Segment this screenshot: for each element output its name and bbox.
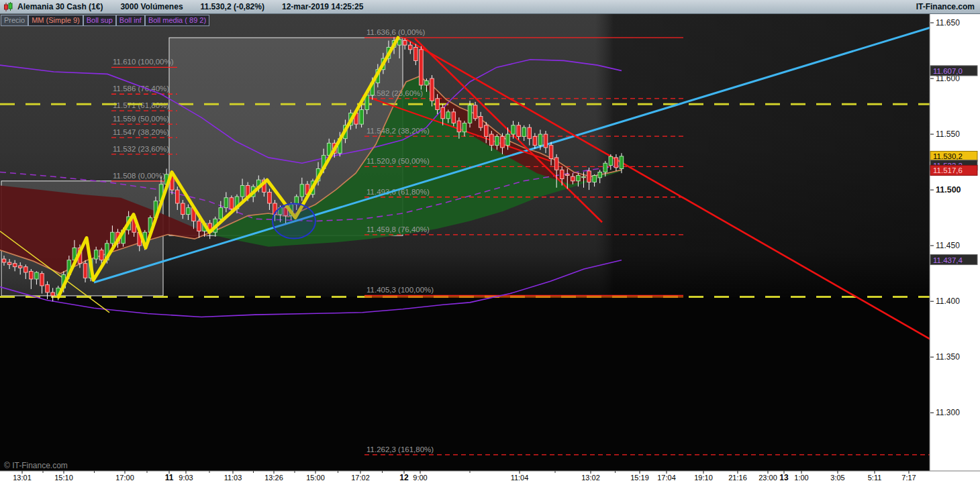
candle-down [457, 121, 461, 132]
ellipse-annotation[interactable] [273, 204, 315, 239]
candle-up [598, 172, 602, 178]
time-axis-label: 7:17 [901, 474, 916, 482]
time-axis-label: 1:00 [794, 474, 808, 482]
time-axis-label: 13:01 [13, 474, 32, 482]
candle-up [462, 123, 467, 131]
candle-down [51, 292, 55, 296]
candle-down [501, 136, 505, 148]
candle-up [94, 250, 98, 259]
candle-up [240, 185, 244, 197]
candle-down [13, 264, 17, 267]
price-axis-label: 11.500 [936, 185, 961, 195]
chart-window: Alemania 30 Cash (1€) 3000 Volúmenes 11.… [0, 0, 980, 483]
candle-down [473, 105, 477, 119]
candle-up [593, 176, 597, 182]
legend-chip-boll-sup[interactable]: Boll sup [83, 15, 116, 26]
candle-up [360, 110, 364, 125]
time-axis-label: 5:11 [868, 474, 882, 482]
candle-up [577, 176, 581, 181]
boll-sup-value: 11.607,0 [933, 67, 963, 75]
candle-down [587, 171, 591, 182]
candle-down [479, 116, 483, 127]
fib-label: 11.610 (100,00%) [113, 58, 174, 66]
price-axis-label: 11.350 [936, 352, 960, 362]
time-axis-label: 3:05 [830, 474, 844, 482]
fib-label: 11.547 (38,20%) [113, 128, 169, 136]
price-axis: 11.65011.60011.55011.50011.45011.40011.3… [930, 14, 980, 471]
watermark: © IT-Finance.com [4, 461, 68, 470]
time-axis-label: 15:19 [630, 474, 649, 482]
candle-up [582, 176, 586, 178]
candle-down [533, 136, 537, 145]
time-axis: 13:0115:1017:00119:0311:0313:2615:0017:0… [0, 471, 980, 483]
boll-inf-value: 11.437,4 [933, 256, 963, 264]
candle-down [175, 190, 179, 203]
candle-down [403, 41, 407, 46]
candle-down [560, 170, 564, 178]
fib-label: 11.508 (0,00%) [113, 172, 165, 180]
fib-label: 11.459,8 (76,40%) [366, 225, 430, 233]
candle-down [528, 127, 532, 139]
time-axis-label: 11:04 [511, 474, 529, 482]
time-axis-label: 13:02 [581, 474, 600, 482]
candle-down [544, 134, 548, 148]
price-axis-label: 11.450 [936, 241, 960, 250]
candle-up [300, 184, 304, 197]
candle-up [111, 232, 115, 244]
candle-down [197, 221, 201, 231]
candle-up [219, 208, 223, 219]
candle-down [83, 264, 87, 278]
candle-down [436, 99, 440, 110]
candle-down [565, 174, 569, 176]
time-axis-day-label: 12 [399, 473, 409, 482]
legend-chip-boll-inf[interactable]: Boll inf [116, 15, 145, 26]
fib-label: 11.582 (23,60%) [366, 89, 423, 97]
fib-label: 11.532 (23,60%) [113, 145, 169, 153]
candle-down [230, 198, 234, 209]
candle-down [30, 271, 34, 279]
indicator-legend: PrecioMM (Simple 9)Boll supBoll infBoll … [1, 15, 209, 26]
legend-chip-precio[interactable]: Precio [1, 15, 28, 26]
candle-down [614, 158, 618, 168]
candle-up [522, 127, 526, 136]
candle-up [224, 198, 228, 208]
time-axis-label: 15:10 [54, 474, 73, 482]
candle-up [609, 156, 613, 165]
price-axis-label: 11.300 [936, 408, 960, 417]
time-axis-day-label: 13 [779, 473, 789, 482]
legend-chip-mm9[interactable]: MM (Simple 9) [28, 15, 83, 26]
price-axis-label: 11.400 [936, 297, 960, 306]
fib-label: 11.405,3 (100,00%) [366, 286, 434, 294]
candle-up [468, 105, 472, 123]
candle-up [538, 134, 542, 146]
legend-chip-boll-media[interactable]: Boll media ( 89 2) [145, 15, 209, 26]
time-axis-day-label: 11 [165, 473, 174, 482]
candle-up [620, 156, 624, 169]
candle-down [420, 50, 424, 85]
time-axis-label: 9:03 [179, 474, 193, 482]
time-axis-label: 13:26 [264, 474, 283, 482]
fib-label: 11.586 (76,40%) [113, 85, 169, 93]
fib-label: 11.571 (61,80%) [113, 101, 169, 109]
time-axis-label: 15:00 [306, 474, 325, 482]
price-chart[interactable]: 11.610 (100,00%)11.586 (76,40%)11.571 (6… [0, 0, 980, 483]
price-axis-label: 11.650 [936, 18, 960, 28]
candle-up [495, 136, 499, 145]
candle-down [18, 266, 22, 268]
candle-down [23, 267, 28, 272]
time-axis-label: 21:16 [728, 474, 747, 482]
candle-down [408, 45, 412, 50]
time-axis-label: 17:04 [657, 474, 676, 482]
candle-down [484, 125, 488, 137]
candle-down [490, 134, 494, 146]
candle-down [549, 146, 553, 159]
candle-up [603, 163, 607, 172]
fib-label: 11.520,9 (50,00%) [366, 157, 430, 165]
candle-down [571, 176, 575, 181]
time-axis-label: 11:03 [224, 474, 242, 482]
fib-label: 11.636,6 (0,00%) [366, 28, 426, 36]
candle-down [268, 192, 272, 203]
candle-down [517, 125, 521, 137]
candle-down [554, 158, 558, 170]
time-axis-label: 17:00 [115, 474, 134, 482]
